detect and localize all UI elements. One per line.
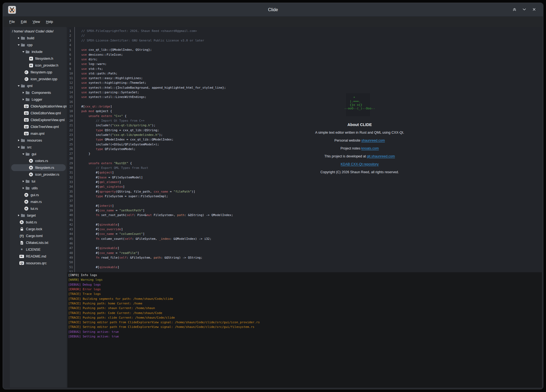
tree-item-icon-provider-cpp[interactable]: Cicon_provider.cpp: [10, 76, 67, 82]
about-link[interactable]: shaunreed.com: [361, 139, 385, 142]
log-line: [WARN] Warning logs: [68, 277, 542, 282]
chevron-right-icon[interactable]: [17, 139, 20, 142]
line-number: 51: [67, 265, 74, 270]
tree-item-include[interactable]: include: [10, 48, 67, 55]
minimize-button[interactable]: [521, 7, 528, 13]
log-line: [DEBUG] Setting active: true: [68, 334, 542, 339]
tree-item-gui[interactable]: gui: [10, 151, 67, 157]
menu-item-file[interactable]: File: [6, 17, 18, 27]
file-tree: / home/ shaun/ Code/ clide/buildcppinclu…: [10, 27, 67, 388]
tree-item-icon-provider-rs[interactable]: Ricon_provider.rs: [10, 171, 67, 178]
menu-item-view[interactable]: View: [30, 17, 43, 27]
tree-item-cargo-lock[interactable]: Cargo.lock: [10, 226, 67, 232]
code-line: 32 #[base = QFileSystemModel]: [67, 175, 542, 180]
tree-item-cargo-toml[interactable]: [T]Cargo.toml: [10, 232, 67, 239]
tree-item-label: filesystem.cpp: [31, 70, 52, 74]
tree-item-src[interactable]: src: [10, 144, 67, 151]
tree-item-tui[interactable]: tui: [10, 178, 67, 185]
tree-item-readme-md[interactable]: M↓README.md: [10, 253, 67, 260]
code-line: 11use syntect::easy::HighlightLines;: [67, 76, 542, 80]
about-link[interactable]: git.shaunreed.com: [367, 154, 395, 158]
tree-item-qml[interactable]: qml: [10, 82, 67, 89]
tree-item-icon-provider-h[interactable]: Hicon_provider.h: [10, 62, 67, 69]
tree-item-target[interactable]: target: [10, 212, 67, 219]
tree-item-label: qml: [27, 84, 32, 88]
chevron-right-icon[interactable]: [17, 36, 20, 40]
rust-file-icon: R: [29, 158, 33, 163]
tree-item-components[interactable]: Components: [10, 89, 67, 96]
tree-item-label: Cargo.lock: [26, 227, 42, 231]
line-number: 2: [67, 33, 74, 38]
tree-item-clideapplicationview-qml[interactable]: QtClideApplicationView.qml: [10, 103, 67, 110]
code-editor[interactable]: 1// SPDX-FileCopyrightText: 2026, Shaun …: [67, 27, 542, 272]
chevron-down-icon[interactable]: [21, 50, 25, 54]
code-text: use std::fs;: [81, 67, 103, 71]
tree-item-main-qml[interactable]: Qtmain.qml: [10, 130, 67, 137]
chevron-down-icon[interactable]: [21, 152, 25, 156]
tree-item-clidetreeview-qml[interactable]: QtClideTreeView.qml: [10, 123, 67, 130]
h-header-file-icon: H: [29, 56, 33, 61]
close-button[interactable]: [530, 7, 538, 13]
tree-item-filesystem-h[interactable]: Hfilesystem.h: [10, 55, 67, 62]
log-panel[interactable]: [INFO] Info logs[WARN] Warning logs[DEBU…: [67, 272, 542, 388]
markdown-icon: M↓: [19, 254, 24, 259]
tree-item-resources[interactable]: resources: [10, 137, 67, 144]
log-line: [ERROR] Error logs: [68, 287, 542, 292]
line-number: 24: [67, 137, 74, 142]
chevron-down-icon[interactable]: [17, 145, 20, 149]
chevron-right-icon[interactable]: [21, 98, 25, 101]
tree-item-build[interactable]: build: [10, 35, 67, 41]
chevron-down-icon[interactable]: [17, 43, 20, 47]
tree-root-path[interactable]: / home/ shaun/ Code/ clide/: [10, 28, 67, 35]
tree-item-cpp[interactable]: cpp: [10, 41, 67, 48]
chevron-right-icon[interactable]: [21, 179, 25, 183]
menu-item-help[interactable]: Help: [43, 17, 56, 27]
code-text: #[cxx_name = "columnCount"]: [81, 232, 145, 236]
tree-item-utils[interactable]: utils: [10, 185, 67, 191]
line-number: 49: [67, 255, 74, 260]
code-text: // SPDX-License-Identifier: GNU General …: [81, 38, 204, 43]
tree-item-main-rs[interactable]: Rmain.rs: [10, 198, 67, 205]
about-link[interactable]: KDAB CXX-Qt repository: [341, 162, 379, 166]
tree-item-build-rs[interactable]: Rbuild.rs: [10, 219, 67, 226]
tree-item-logger[interactable]: Logger: [10, 96, 67, 103]
line-number: 4: [67, 43, 74, 47]
folder-open-icon: [20, 43, 25, 47]
tree-item-resources-qrc[interactable]: Qtresources.qrc: [10, 260, 67, 267]
tree-item-tui-rs[interactable]: Rtui.rs: [10, 205, 67, 212]
tree-item-filesystem-rs[interactable]: Rfilesystem.rs: [10, 164, 67, 171]
tree-item-clideeditorview-qml[interactable]: QtClideEditorView.qml: [10, 110, 67, 116]
maximize-button[interactable]: [511, 7, 518, 13]
line-number: 5: [67, 47, 74, 52]
chevron-down-icon[interactable]: [17, 84, 20, 88]
tree-item-colors-rs[interactable]: Rcolors.rs: [10, 157, 67, 164]
tree-item-label: gui.rs: [31, 193, 39, 197]
tree-item-license[interactable]: ✶LICENSE: [10, 246, 67, 253]
line-number: 18: [67, 109, 74, 113]
log-line: [TRACE] Building segments for path: /hom…: [68, 297, 542, 301]
code-line: 13use syntect::html::{IncludeBackground,…: [67, 85, 542, 90]
qt-file-icon: Qt: [24, 124, 29, 129]
line-number: 29: [67, 161, 74, 166]
chevron-right-icon[interactable]: [21, 91, 25, 95]
h-header-file-icon: H: [29, 63, 33, 68]
code-text: use syntect::highlighting::ThemeSet;: [81, 80, 146, 85]
tree-item-cmakelists-txt[interactable]: CMakeLists.txt: [10, 239, 67, 246]
about-link[interactable]: knoats.com: [361, 146, 379, 150]
tree-item-gui-rs[interactable]: Rgui.rs: [10, 191, 67, 198]
tree-item-label: icon_provider.cpp: [31, 77, 57, 81]
code-line: 34 #[qml_singleton]: [67, 184, 542, 189]
menu-item-edit[interactable]: Edit: [18, 17, 30, 27]
tree-item-label: tui: [32, 179, 35, 183]
line-number: 7: [67, 57, 74, 62]
chevron-right-icon[interactable]: [17, 214, 20, 217]
log-line: [DEBUG] Setting active: true: [68, 330, 542, 334]
tree-item-label: tui.rs: [31, 207, 38, 211]
tree-item-clideexplorerview-qml[interactable]: QtClideExplorerView.qml: [10, 116, 67, 123]
chevron-right-icon[interactable]: [21, 186, 25, 190]
tree-item-label: Cargo.toml: [26, 234, 43, 238]
rust-file-icon: R: [29, 165, 33, 170]
code-text: #[qinvokable]: [81, 265, 119, 270]
tree-item-filesystem-cpp[interactable]: Cfilesystem.cpp: [10, 69, 67, 76]
about-link-row: Project notes knoats.com: [297, 146, 422, 151]
